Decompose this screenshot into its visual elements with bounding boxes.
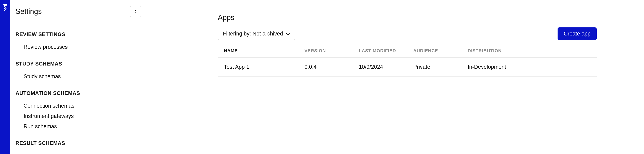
app-logo-icon[interactable] — [2, 3, 8, 12]
collapse-sidebar-button[interactable] — [130, 6, 141, 17]
column-header-last-modified[interactable]: LAST MODIFIED — [359, 48, 413, 54]
page-title: Apps — [218, 13, 597, 22]
nav-item-instrument-gateways[interactable]: Instrument gateways — [16, 111, 142, 121]
table-row[interactable]: Test App 1 0.0.4 10/9/2024 Private In-De… — [218, 58, 597, 76]
table-body: Test App 1 0.0.4 10/9/2024 Private In-De… — [218, 58, 597, 76]
column-header-audience[interactable]: AUDIENCE — [413, 48, 468, 54]
nav-item-review-processes[interactable]: Review processes — [16, 42, 142, 52]
filter-label: Filtering by: Not archived — [223, 31, 283, 37]
sidebar-body: REVIEW SETTINGS Review processes STUDY S… — [10, 23, 147, 154]
nav-section-study-schemas: STUDY SCHEMAS Study schemas — [16, 61, 142, 82]
left-nav-rail — [0, 0, 10, 154]
apps-table: NAME VERSION LAST MODIFIED AUDIENCE DIST… — [218, 44, 597, 76]
toolbar: Filtering by: Not archived Create app — [218, 28, 597, 40]
nav-section-title: RESULT SCHEMAS — [16, 140, 142, 146]
chevron-left-icon — [134, 10, 137, 14]
cell-last-modified: 10/9/2024 — [359, 64, 413, 70]
main-content: Apps Filtering by: Not archived Create a… — [147, 0, 644, 154]
sidebar-header: Settings — [10, 0, 147, 23]
chevron-down-icon — [286, 31, 290, 37]
nav-section-result-schemas: RESULT SCHEMAS — [16, 140, 142, 146]
filter-dropdown[interactable]: Filtering by: Not archived — [218, 28, 296, 40]
nav-section-automation-schemas: AUTOMATION SCHEMAS Connection schemas In… — [16, 90, 142, 132]
cell-version: 0.0.4 — [304, 64, 359, 70]
svg-line-5 — [4, 9, 5, 11]
column-header-version[interactable]: VERSION — [304, 48, 359, 54]
svg-line-4 — [5, 8, 7, 9]
svg-line-3 — [4, 8, 5, 9]
nav-section-title: STUDY SCHEMAS — [16, 61, 142, 67]
cell-name: Test App 1 — [224, 64, 304, 70]
svg-line-6 — [5, 9, 6, 11]
nav-item-study-schemas[interactable]: Study schemas — [16, 71, 142, 82]
nav-section-review-settings: REVIEW SETTINGS Review processes — [16, 31, 142, 52]
nav-section-title: AUTOMATION SCHEMAS — [16, 90, 142, 96]
sidebar-title: Settings — [16, 7, 42, 16]
svg-point-0 — [3, 4, 7, 6]
column-header-name[interactable]: NAME — [224, 48, 304, 54]
table-header: NAME VERSION LAST MODIFIED AUDIENCE DIST… — [218, 44, 597, 58]
cell-audience: Private — [413, 64, 468, 70]
nav-item-connection-schemas[interactable]: Connection schemas — [16, 101, 142, 111]
create-app-button[interactable]: Create app — [558, 28, 597, 40]
svg-point-1 — [4, 6, 6, 8]
cell-distribution: In-Development — [468, 64, 590, 70]
column-header-distribution[interactable]: DISTRIBUTION — [468, 48, 590, 54]
nav-section-title: REVIEW SETTINGS — [16, 31, 142, 38]
settings-sidebar: Settings REVIEW SETTINGS Review processe… — [10, 0, 147, 154]
nav-item-run-schemas[interactable]: Run schemas — [16, 121, 142, 132]
